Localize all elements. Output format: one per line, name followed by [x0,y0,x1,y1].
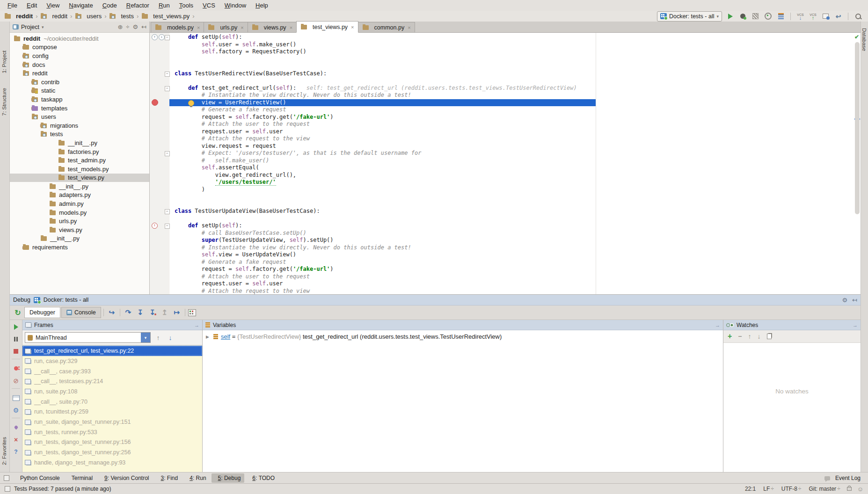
close-tab-icon[interactable]: × [351,24,354,30]
stack-frame-row[interactable]: __call__, testcases.py:214 [22,376,202,386]
tree-row[interactable]: compose [10,43,149,52]
fold-marker-icon[interactable]: − [165,72,170,77]
menu-item[interactable]: VCS [198,1,220,10]
editor-gutter-cell[interactable]: − [150,208,171,215]
editor-gutter-cell[interactable] [150,99,171,107]
menu-item[interactable]: Navigate [64,1,97,10]
toolwindow-tab-project[interactable]: 1: Project [1,51,7,73]
tree-row[interactable]: templates [10,104,149,113]
tree-row[interactable]: adapters.py [10,191,149,200]
status-message[interactable]: Tests Passed: 7 passed (a minute ago) [14,486,111,492]
code-line[interactable] [150,56,861,63]
collapse-all-button[interactable]: ÷ [126,23,129,30]
menu-item[interactable]: Code [98,1,122,10]
tree-row[interactable]: factories.py [10,147,149,156]
editor-gutter-cell[interactable] [150,273,171,281]
run-to-cursor-button[interactable]: ↦ [171,308,182,317]
code-line[interactable]: # Attach the request to the view [150,135,861,143]
project-settings-button[interactable]: ⚙ [132,23,138,30]
editor-gutter-cell[interactable] [150,172,171,179]
code-line[interactable]: −class TestUserUpdateView(BaseUserTestCa… [150,208,861,215]
stack-frame-row[interactable]: run, tcunittest.py:259 [22,407,202,417]
remove-watch-button[interactable]: − [738,333,742,340]
tree-row[interactable]: urls.py [10,217,149,225]
editor-gutter-cell[interactable] [150,266,171,273]
editor-gutter-cell[interactable] [150,230,171,237]
status-widget[interactable]: 22:1 [745,486,756,492]
thread-dropdown-icon[interactable]: ▾ [141,333,150,342]
variable-row[interactable]: ▶ self = {TestUserRedirectView} test_get… [203,332,723,341]
editor-gutter-cell[interactable]: ↑− [150,222,171,230]
tree-row[interactable]: test_models.py [10,165,149,174]
step-out-button[interactable]: ↥ [159,308,170,317]
stack-frame-row[interactable]: handle, django_test_manage.py:93 [22,458,202,468]
tree-row[interactable]: __init__.py [10,138,149,147]
editor-gutter-cell[interactable]: ↑↓− [150,34,171,41]
override-marker-icon[interactable]: ↑ [152,223,158,229]
undo-button[interactable]: ↩ [834,12,843,21]
editor-gutter-cell[interactable] [150,48,171,56]
step-over-button[interactable]: ↷ [123,308,134,317]
breadcrumb-item[interactable]: reddit [3,12,34,20]
close-tab-icon[interactable]: × [408,25,410,30]
tab-console[interactable]: Console [61,307,101,318]
editor-tab[interactable]: test_views.py × [296,21,358,33]
force-step-into-button[interactable]: ↧ [147,308,158,317]
override-marker-icon[interactable]: ↓ [159,34,165,40]
help-button[interactable]: ? [12,447,21,456]
code-line[interactable]: # Instantiate the view directly. Never d… [150,244,861,252]
editor-tab[interactable]: common.py × [358,22,415,32]
editor-gutter-cell[interactable] [150,63,171,70]
code-line[interactable]: request.user = self.user [150,128,861,136]
pause-button[interactable] [12,334,21,343]
toolwindow-button[interactable]: 3Find [154,473,182,483]
editor-body[interactable]: ↑↓− def setUp(self): self.user = self.ma… [150,33,861,294]
stack-frame-row[interactable]: run_tests, django_test_runner.py:156 [22,437,202,448]
code-line[interactable]: # Attach the user to the request [150,273,861,281]
editor-gutter-cell[interactable] [150,186,171,194]
mute-breakpoints-button[interactable]: ⊘ [12,376,21,385]
profiler-button[interactable] [764,12,773,21]
hide-panel-button[interactable]: ↤ [141,23,146,30]
code-line[interactable] [150,201,861,208]
code-line[interactable]: # Generate a fake request [150,259,861,266]
editor-gutter-cell[interactable] [150,251,171,259]
editor-scrollbar[interactable] [855,42,860,214]
move-watch-up-button[interactable]: ↑ [748,333,751,340]
duplicate-watch-button[interactable] [767,334,772,339]
editor-gutter-cell[interactable] [150,259,171,266]
toolwindow-button[interactable]: 4Run [183,473,210,483]
code-line[interactable]: # Attach the user to the request [150,121,861,128]
close-tab-icon[interactable]: × [197,25,200,30]
stack-frame-row[interactable]: run_tests, runner.py:533 [22,427,202,437]
panel-settings-icon[interactable]: → [853,322,858,328]
stack-frame-row[interactable]: __call__, suite.py:70 [22,397,202,407]
editor-gutter-cell[interactable] [150,179,171,186]
toolwindow-button[interactable]: 6TODO [246,473,278,483]
code-line[interactable]: '/users/testuser/' [150,179,861,186]
breakpoint-icon[interactable] [152,99,158,106]
menu-item[interactable]: Tools [175,1,198,10]
status-widget[interactable]: Git: master÷ [809,486,840,492]
stack-frame-row[interactable]: run_tests, django_test_runner.py:256 [22,447,202,458]
code-line[interactable]: ↑− def setUp(self): [150,222,861,230]
code-line[interactable]: self.view = UserUpdateView() [150,251,861,259]
inspections-ok-icon[interactable]: ✔ [854,34,859,40]
editor-gutter-cell[interactable] [150,77,171,85]
code-line[interactable] [150,77,861,85]
editor-gutter-cell[interactable] [150,106,171,114]
editor-gutter-cell[interactable] [150,121,171,128]
editor-gutter-cell[interactable] [150,114,171,121]
tree-row[interactable]: taskapp [10,95,149,104]
editor-gutter-cell[interactable] [150,193,171,201]
code-line[interactable]: request.user = self.user [150,280,861,288]
tree-row[interactable]: __init__.py [10,234,149,243]
toolwindow-tab-structure[interactable]: 7: Structure [1,88,7,116]
editor-gutter-cell[interactable] [150,244,171,252]
editor-gutter-cell[interactable] [150,92,171,99]
editor-gutter-cell[interactable] [150,164,171,172]
code-line[interactable]: ↑↓− def setUp(self): [150,34,861,41]
tree-row[interactable]: migrations [10,121,149,130]
fold-marker-icon[interactable]: − [165,209,170,214]
tree-row[interactable]: __init__.py [10,182,149,191]
